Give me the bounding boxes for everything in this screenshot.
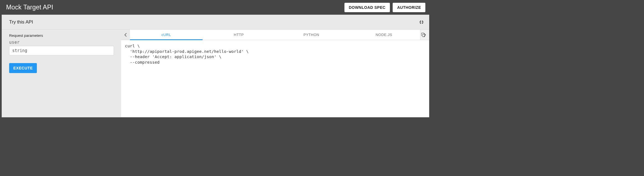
tabs-container: cURL HTTP PYTHON NODE.JS xyxy=(130,30,420,40)
copy-icon xyxy=(421,32,426,37)
param-name-user: user xyxy=(9,40,114,45)
topbar-buttons: DOWNLOAD SPEC AUTHORIZE xyxy=(344,3,426,12)
request-params-pane: Request parameters user EXECUTE xyxy=(2,30,121,117)
copy-code-button[interactable] xyxy=(421,32,426,38)
topbar: Mock Target API DOWNLOAD SPEC AUTHORIZE xyxy=(0,0,429,15)
request-params-label: Request parameters xyxy=(9,33,114,38)
collapse-icon[interactable] xyxy=(419,20,424,25)
tab-curl[interactable]: cURL xyxy=(130,30,203,40)
execute-button[interactable]: EXECUTE xyxy=(9,63,37,73)
app-title: Mock Target API xyxy=(6,4,53,11)
try-api-panel: Try this API Request parameters user EXE… xyxy=(2,15,429,117)
code-sample-pane: cURL HTTP PYTHON NODE.JS curl \ 'http://… xyxy=(121,30,429,117)
tab-python[interactable]: PYTHON xyxy=(275,30,348,40)
download-spec-button[interactable]: DOWNLOAD SPEC xyxy=(344,3,390,12)
authorize-button[interactable]: AUTHORIZE xyxy=(393,3,425,12)
tab-http[interactable]: HTTP xyxy=(203,30,275,40)
tabs-scroll-left-button[interactable] xyxy=(121,30,130,40)
param-input-user[interactable] xyxy=(9,46,114,55)
svg-rect-0 xyxy=(423,34,425,37)
tab-nodejs[interactable]: NODE.JS xyxy=(347,30,420,40)
tabs-row: cURL HTTP PYTHON NODE.JS xyxy=(121,30,429,40)
panel-header: Try this API xyxy=(2,15,429,30)
panel-title: Try this API xyxy=(9,19,33,25)
chevron-left-icon xyxy=(122,32,129,38)
code-sample: curl \ 'http://apiportal-prod.apigee.net… xyxy=(121,40,429,117)
